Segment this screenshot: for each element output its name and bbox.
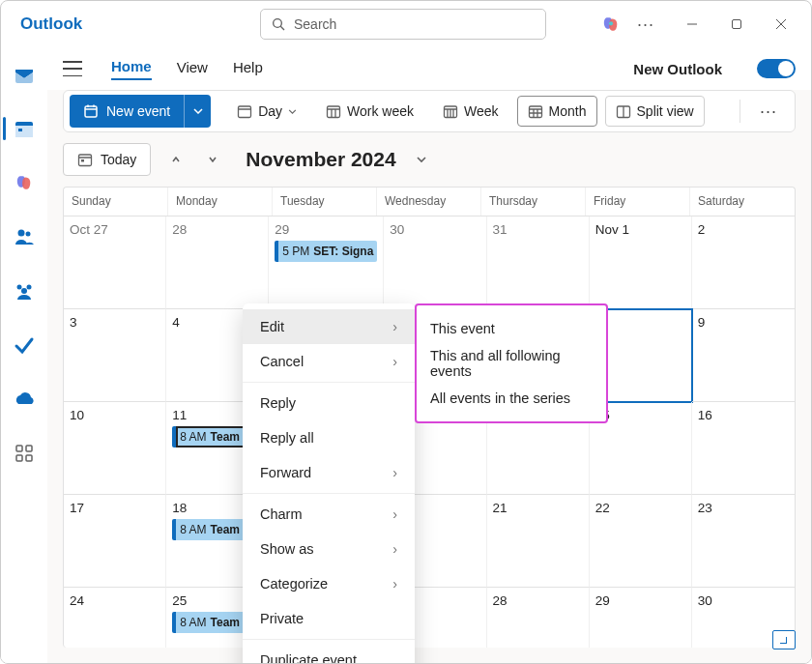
ctx-separator xyxy=(243,493,415,494)
view-month-button[interactable]: Month xyxy=(517,96,597,127)
ctx-charm[interactable]: Charm› xyxy=(243,497,415,532)
calendar-cell[interactable]: 295 PMSET: Signa xyxy=(269,217,384,309)
svg-rect-23 xyxy=(239,106,251,118)
ctx-edit[interactable]: Edit› xyxy=(243,309,415,344)
chevron-right-icon: › xyxy=(392,506,397,522)
new-event-button[interactable]: New event xyxy=(70,95,184,128)
subctx-all[interactable]: All events in the series xyxy=(417,381,606,416)
ribbon: New event Day Work week Week xyxy=(63,90,796,132)
copilot-icon[interactable] xyxy=(600,14,622,35)
svg-rect-18 xyxy=(26,455,32,461)
rail-more-apps[interactable] xyxy=(1,434,47,473)
calendar-cell[interactable]: 31 xyxy=(487,217,590,309)
ctx-reply-all-label: Reply all xyxy=(260,430,314,446)
view-day-button[interactable]: Day xyxy=(226,96,307,127)
rail-copilot[interactable] xyxy=(1,163,47,202)
rail-groups[interactable] xyxy=(1,272,47,310)
calendar-cell[interactable]: 24 xyxy=(64,588,166,648)
month-dropdown[interactable] xyxy=(416,156,427,163)
tab-help[interactable]: Help xyxy=(233,59,263,79)
side-panel-toggle-icon[interactable] xyxy=(772,630,796,650)
titlebar-more-icon[interactable]: ··· xyxy=(629,14,662,35)
calendar-cell[interactable]: 3 xyxy=(64,309,166,402)
today-label: Today xyxy=(101,152,136,167)
calendar-cell[interactable]: 22 xyxy=(590,495,692,588)
event-time: 8 AM xyxy=(180,430,206,444)
calendar-cell[interactable]: 21 xyxy=(487,495,590,588)
edit-submenu: This event This and all following events… xyxy=(415,303,608,423)
tab-home[interactable]: Home xyxy=(111,58,152,80)
today-button[interactable]: Today xyxy=(63,143,151,176)
chevron-right-icon: › xyxy=(392,354,397,369)
chevron-right-icon: › xyxy=(392,319,397,334)
view-week-button[interactable]: Week xyxy=(432,96,509,127)
rail-mail[interactable] xyxy=(1,55,47,94)
svg-rect-17 xyxy=(16,455,22,461)
date-label: 31 xyxy=(493,222,583,237)
event-time: 8 AM xyxy=(180,616,206,629)
calendar-cell[interactable]: 2 xyxy=(692,217,795,309)
subctx-following[interactable]: This and all following events xyxy=(417,346,606,381)
calendar-cell[interactable]: 23 xyxy=(692,495,795,588)
svg-point-10 xyxy=(18,230,25,237)
maximize-button[interactable] xyxy=(714,9,759,40)
calendar-body[interactable]: Oct 2728295 PMSET: Signa3031Nov 12345678… xyxy=(64,217,795,648)
rail-calendar[interactable] xyxy=(1,109,47,148)
ctx-reply[interactable]: Reply xyxy=(243,386,415,420)
ctx-show-as[interactable]: Show as› xyxy=(243,532,415,566)
title-bar: Outlook Search ··· xyxy=(1,1,811,47)
date-label: 8 xyxy=(595,315,685,330)
svg-point-14 xyxy=(21,288,27,294)
rail-todo[interactable] xyxy=(1,326,47,364)
calendar-cell[interactable]: 16 xyxy=(692,402,795,495)
svg-rect-41 xyxy=(79,155,92,166)
split-view-button[interactable]: Split view xyxy=(605,96,705,127)
calendar-dow-row: SundayMondayTuesdayWednesdayThursdayFrid… xyxy=(64,188,795,217)
ctx-categorize[interactable]: Categorize› xyxy=(243,566,415,601)
ctx-reply-all[interactable]: Reply all xyxy=(243,420,415,455)
dow-label: Monday xyxy=(168,188,273,216)
close-button[interactable] xyxy=(759,9,803,40)
svg-rect-16 xyxy=(26,446,32,451)
chevron-right-icon: › xyxy=(392,541,397,557)
ctx-cancel[interactable]: Cancel› xyxy=(243,344,415,379)
dow-label: Friday xyxy=(586,188,690,216)
calendar-cell[interactable]: 10 xyxy=(64,402,166,495)
calendar-cell[interactable]: 9 xyxy=(692,309,795,402)
split-view-label: Split view xyxy=(637,103,694,119)
svg-point-12 xyxy=(17,285,22,290)
calendar-cell[interactable]: 30 xyxy=(384,217,486,309)
next-month-button[interactable] xyxy=(201,148,224,171)
minimize-button[interactable] xyxy=(670,9,714,40)
svg-point-2 xyxy=(609,21,613,25)
calendar-cell[interactable]: Nov 1 xyxy=(590,217,692,309)
calendar-cell[interactable]: 28 xyxy=(487,588,590,648)
calendar-cell[interactable]: 28 xyxy=(166,217,269,309)
rail-onedrive[interactable] xyxy=(1,380,47,419)
calendar-cell[interactable]: Oct 27 xyxy=(64,217,166,309)
ctx-private[interactable]: Private xyxy=(243,601,415,636)
date-label: Nov 1 xyxy=(595,222,685,237)
calendar-cell[interactable]: 29 xyxy=(590,588,692,648)
ctx-forward[interactable]: Forward› xyxy=(243,455,415,490)
view-workweek-button[interactable]: Work week xyxy=(315,96,424,127)
dow-label: Wednesday xyxy=(377,188,481,216)
new-outlook-toggle[interactable] xyxy=(757,59,796,78)
ctx-duplicate[interactable]: Duplicate event xyxy=(243,643,415,664)
calendar-event[interactable]: 5 PMSET: Signa xyxy=(275,241,377,262)
search-wrap: Search xyxy=(260,9,546,40)
hamburger-icon[interactable] xyxy=(63,61,82,76)
rail-people[interactable] xyxy=(1,217,47,256)
calendar-cell[interactable]: 17 xyxy=(64,495,166,588)
date-label: 9 xyxy=(698,315,789,330)
date-label: 10 xyxy=(70,408,160,422)
ribbon-divider xyxy=(740,100,740,123)
ctx-duplicate-label: Duplicate event xyxy=(260,652,357,664)
subctx-this-event[interactable]: This event xyxy=(417,311,606,346)
search-input[interactable]: Search xyxy=(260,9,546,40)
prev-month-button[interactable] xyxy=(164,148,188,171)
tab-view[interactable]: View xyxy=(177,59,208,79)
ribbon-more-icon[interactable]: ··· xyxy=(748,101,789,122)
new-event-dropdown[interactable] xyxy=(184,95,211,128)
ctx-cancel-label: Cancel xyxy=(260,354,304,369)
